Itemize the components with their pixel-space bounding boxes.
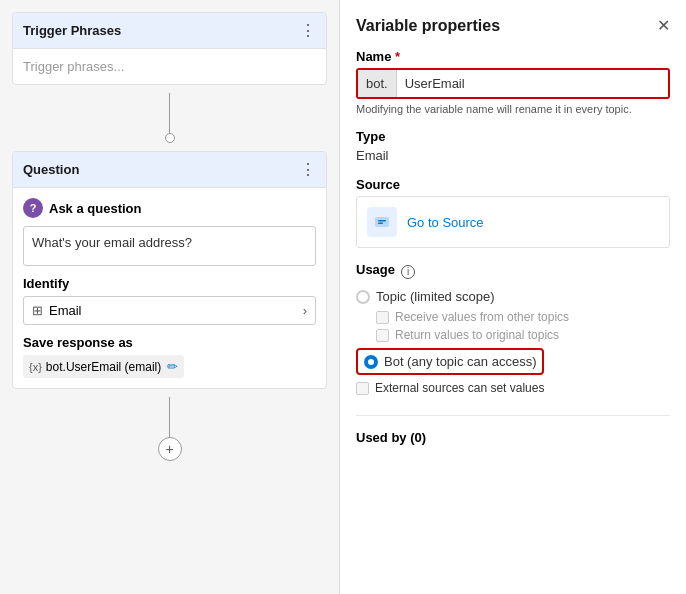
radio-topic-label: Topic (limited scope) <box>376 289 495 304</box>
bottom-connector: + <box>0 389 339 594</box>
usage-section: Usage i Topic (limited scope) Receive va… <box>356 262 670 401</box>
type-value: Email <box>356 148 670 163</box>
panel-header: Variable properties ✕ <box>356 16 670 35</box>
usage-info-icon[interactable]: i <box>401 265 415 279</box>
trigger-phrases-body: Trigger phrases... <box>13 49 326 84</box>
ext-checkbox-label: External sources can set values <box>375 381 544 395</box>
bottom-line <box>169 397 170 437</box>
go-to-source-link[interactable]: Go to Source <box>407 215 484 230</box>
checkbox-return[interactable]: Return values to original topics <box>376 328 670 342</box>
trigger-phrases-card: Trigger Phrases ⋮ Trigger phrases... <box>12 12 327 85</box>
grid-icon: ⊞ <box>32 303 43 318</box>
question-menu-icon[interactable]: ⋮ <box>300 160 316 179</box>
checkbox-receive[interactable]: Receive values from other topics <box>376 310 670 324</box>
type-label: Type <box>356 129 670 144</box>
radio-topic-circle <box>356 290 370 304</box>
used-by-section: Used by (0) <box>356 430 670 445</box>
svg-rect-2 <box>378 223 383 225</box>
radio-bot-circle <box>364 355 378 369</box>
name-label: Name * <box>356 49 670 64</box>
required-star: * <box>395 49 400 64</box>
save-response-label: Save response as <box>23 335 316 350</box>
name-section: Name * bot. Modifying the variable name … <box>356 49 670 115</box>
trigger-phrases-title: Trigger Phrases <box>23 23 121 38</box>
edit-variable-icon[interactable]: ✏ <box>167 359 178 374</box>
identify-inner: ⊞ Email <box>32 303 82 318</box>
identify-label: Identify <box>23 276 316 291</box>
trigger-phrases-header: Trigger Phrases ⋮ <box>13 13 326 49</box>
svg-rect-1 <box>378 220 386 222</box>
question-card: Question ⋮ ? Ask a question What's your … <box>12 151 327 389</box>
question-title: Question <box>23 162 79 177</box>
checkbox-return-label: Return values to original topics <box>395 328 559 342</box>
ask-icon: ? <box>23 198 43 218</box>
ask-label: Ask a question <box>49 201 141 216</box>
variable-braces: {x} <box>29 361 42 373</box>
trigger-phrases-menu-icon[interactable]: ⋮ <box>300 21 316 40</box>
usage-label: Usage <box>356 262 395 277</box>
add-step-button[interactable]: + <box>158 437 182 461</box>
close-button[interactable]: ✕ <box>657 16 670 35</box>
trigger-placeholder-text: Trigger phrases... <box>23 59 124 74</box>
variable-value: bot.UserEmail (email) <box>46 360 161 374</box>
used-by-label: Used by (0) <box>356 430 426 445</box>
type-section: Type Email <box>356 129 670 163</box>
radio-topic[interactable]: Topic (limited scope) <box>356 289 670 304</box>
radio-bot-row[interactable]: Bot (any topic can access) <box>356 348 544 375</box>
ask-question-row: ? Ask a question <box>23 198 316 218</box>
name-prefix: bot. <box>358 70 397 97</box>
checkbox-receive-sq <box>376 311 389 324</box>
connector-circle-1 <box>165 133 175 143</box>
question-text-box[interactable]: What's your email address? <box>23 226 316 266</box>
checkbox-receive-label: Receive values from other topics <box>395 310 569 324</box>
question-body: ? Ask a question What's your email addre… <box>13 188 326 388</box>
source-section: Source Go to Source <box>356 177 670 248</box>
source-label: Source <box>356 177 670 192</box>
topic-sub-options: Receive values from other topics Return … <box>376 310 670 342</box>
radio-bot-label: Bot (any topic can access) <box>384 354 536 369</box>
go-to-source-box[interactable]: Go to Source <box>356 196 670 248</box>
source-icon <box>367 207 397 237</box>
identify-value: Email <box>49 303 82 318</box>
left-panel: Trigger Phrases ⋮ Trigger phrases... Que… <box>0 0 340 594</box>
right-panel: Variable properties ✕ Name * bot. Modify… <box>340 0 686 594</box>
question-header: Question ⋮ <box>13 152 326 188</box>
svg-rect-0 <box>375 217 389 227</box>
connector-1 <box>0 85 339 151</box>
usage-label-row: Usage i <box>356 262 670 281</box>
name-input[interactable] <box>397 70 668 97</box>
variable-tag: {x} bot.UserEmail (email) <box>29 360 161 374</box>
name-input-row: bot. <box>356 68 670 99</box>
connector-line-1 <box>169 93 170 133</box>
save-response-box: {x} bot.UserEmail (email) ✏ <box>23 355 184 378</box>
identify-chevron-icon: › <box>303 303 307 318</box>
name-hint: Modifying the variable name will rename … <box>356 103 670 115</box>
ext-checkbox-row[interactable]: External sources can set values <box>356 381 670 395</box>
panel-title: Variable properties <box>356 17 500 35</box>
ext-checkbox-sq <box>356 382 369 395</box>
section-divider <box>356 415 670 416</box>
identify-box[interactable]: ⊞ Email › <box>23 296 316 325</box>
checkbox-return-sq <box>376 329 389 342</box>
